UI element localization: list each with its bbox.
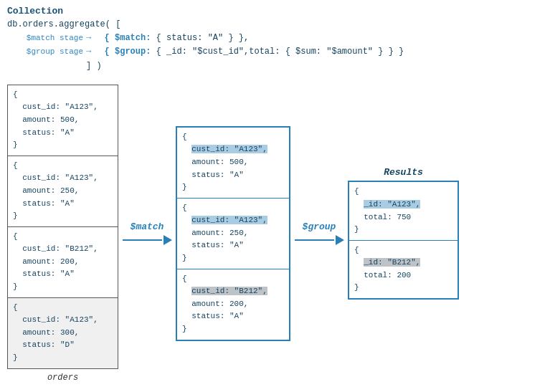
collection-doc-4: { cust_id: "A123", amount: 300, status: … [8, 298, 118, 368]
match-arrow-line [123, 235, 172, 245]
group-annotation: $group stage [7, 46, 86, 59]
code-block: db.orders.aggregate( [ $match stage → { … [7, 18, 538, 73]
result-doc-2-highlight: _id: "B212", [364, 258, 420, 267]
results-title: Results [348, 167, 459, 178]
collection-doc-2: { cust_id: "A123", amount: 250, status: … [8, 156, 118, 227]
group-arrow-head [336, 235, 344, 245]
result-doc-1: { _id: "A123", total: 750 } [349, 182, 458, 240]
collection-label: Collection [7, 6, 538, 16]
match-arrow-head [164, 235, 172, 245]
group-stage-label: $group [303, 221, 336, 232]
group-arrow-line [295, 235, 344, 245]
collection-box: { cust_id: "A123", amount: 500, status: … [7, 85, 118, 369]
filtered-doc-2: { cust_id: "A123", amount: 250, status: … [177, 199, 289, 269]
group-stage-arrow: $group [290, 221, 348, 245]
collection-doc-1: { cust_id: "A123", amount: 500, status: … [8, 85, 118, 156]
match-stage-arrow: $match [118, 221, 176, 245]
match-stage-label: $match [131, 221, 164, 232]
filtered-doc-2-highlight: cust_id: "A123", [191, 216, 267, 224]
results-section: Results { _id: "A123", total: 750 } { _i… [348, 167, 459, 300]
code-line-end: ] ) [7, 59, 538, 73]
result-doc-2: { _id: "B212", total: 200 } [349, 241, 458, 298]
code-line-1: db.orders.aggregate( [ [7, 18, 538, 32]
main-container: Collection db.orders.aggregate( [ $match… [0, 0, 545, 392]
group-arrow-shaft [295, 239, 334, 241]
match-arrow-icon: → [86, 32, 91, 45]
results-box: { _id: "A123", total: 750 } { _id: "B212… [348, 181, 459, 300]
group-annotated-line: $group stage → { $group: { _id: "$cust_i… [7, 45, 538, 59]
match-annotation: $match stage [7, 32, 86, 45]
group-code: { $group: { _id: "$cust_id",total: { $su… [94, 45, 404, 59]
filtered-doc-1: { cust_id: "A123", amount: 500, status: … [177, 128, 289, 199]
result-doc-1-highlight: _id: "A123", [364, 200, 420, 209]
group-arrow-icon: → [86, 45, 91, 59]
filtered-doc-3-highlight: cust_id: "B212", [191, 287, 267, 295]
filtered-doc-3: { cust_id: "B212", amount: 200, status: … [177, 269, 289, 340]
top-section: Collection db.orders.aggregate( [ $match… [7, 6, 538, 73]
collection-section: { cust_id: "A123", amount: 500, status: … [7, 85, 118, 383]
filtered-doc-1-highlight: cust_id: "A123", [191, 145, 267, 153]
collection-doc-3: { cust_id: "B212", amount: 200, status: … [8, 227, 118, 298]
filtered-box: { cust_id: "A123", amount: 500, status: … [176, 126, 290, 341]
match-arrow-shaft [123, 239, 162, 241]
match-code: { $match: { status: "A" } }, [94, 32, 249, 45]
collection-bottom-label: orders [47, 373, 78, 383]
match-annotated-line: $match stage → { $match: { status: "A" }… [7, 32, 538, 45]
diagram-area: { cust_id: "A123", amount: 500, status: … [7, 85, 538, 383]
